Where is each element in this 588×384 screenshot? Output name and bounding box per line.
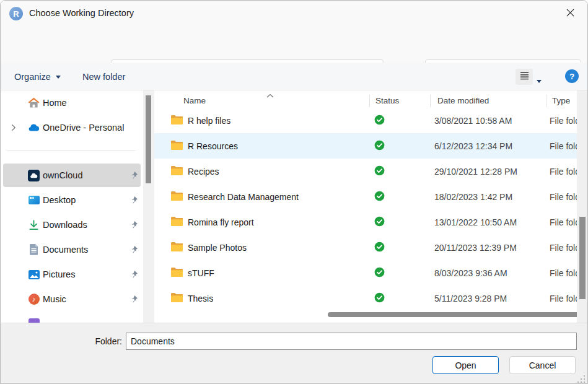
folder-name-input[interactable]	[126, 333, 577, 350]
cancel-button[interactable]: Cancel	[509, 356, 576, 374]
file-name: Romina fly report	[188, 217, 254, 227]
file-type: File folder	[546, 141, 577, 151]
file-type: File folder	[546, 294, 577, 303]
sidebar-item-pictures[interactable]: Pictures	[1, 262, 143, 287]
pin-icon[interactable]	[129, 220, 138, 229]
details-view-icon	[520, 71, 529, 82]
column-divider[interactable]	[369, 95, 370, 107]
file-name: R help files	[188, 116, 230, 126]
cancel-button-label: Cancel	[529, 360, 556, 370]
organize-button[interactable]: Organize	[14, 63, 61, 90]
folder-icon	[170, 191, 183, 203]
file-name: R Resources	[188, 141, 238, 151]
sidebar-item-partial[interactable]	[1, 312, 143, 323]
column-header-type-label: Type	[552, 96, 570, 105]
help-icon: ?	[569, 72, 574, 81]
title-bar: R Choose Working Directory	[1, 1, 587, 27]
sidebar-item-label: Music	[43, 294, 66, 304]
file-name: Research Data Management	[188, 192, 299, 202]
file-date-modified: 6/12/2023 12:34 PM	[430, 141, 546, 151]
column-header-status-label: Status	[375, 96, 399, 105]
file-row[interactable]: Recipes 29/10/2021 12:28 PM File folder	[154, 159, 577, 184]
file-row[interactable]: sTUFF 8/03/2023 9:36 AM File folder	[154, 260, 577, 286]
organize-label: Organize	[14, 72, 51, 82]
view-mode-button[interactable]	[516, 69, 533, 85]
pin-icon[interactable]	[129, 270, 138, 279]
file-type: File folder	[546, 167, 577, 177]
sidebar-scrollbar-thumb[interactable]	[146, 95, 151, 183]
new-folder-button[interactable]: New folder	[82, 63, 125, 90]
onedrive-icon	[28, 122, 40, 134]
window-title: Choose Working Directory	[29, 8, 134, 18]
list-vertical-scrollbar[interactable]	[577, 90, 588, 323]
column-divider[interactable]	[546, 95, 546, 107]
pin-icon[interactable]	[129, 295, 138, 303]
file-date-modified: 29/10/2021 12:28 PM	[430, 167, 546, 177]
sort-ascending-icon[interactable]	[266, 90, 274, 100]
sidebar-scrollbar[interactable]	[143, 90, 154, 323]
sidebar-item-home[interactable]: Home	[1, 90, 143, 115]
synced-status-icon	[374, 165, 385, 178]
downloads-icon	[28, 219, 40, 231]
synced-status-icon	[374, 191, 385, 203]
sidebar-item-desktop[interactable]: Desktop	[1, 188, 143, 212]
pictures-icon	[28, 269, 40, 281]
file-row[interactable]: R help files 3/08/2021 10:58 AM File fol…	[154, 108, 577, 133]
view-mode-caret-button[interactable]	[537, 74, 542, 85]
file-date-modified: 13/01/2022 10:50 AM	[430, 217, 546, 227]
column-header-name[interactable]: Name	[154, 96, 369, 105]
file-rows: R help files 3/08/2021 10:58 AM File fol…	[154, 108, 577, 311]
synced-status-icon	[374, 242, 385, 254]
sidebar-item-owncloud[interactable]: ownCloud	[1, 163, 143, 188]
file-name: sTUFF	[188, 268, 214, 278]
new-folder-label: New folder	[82, 72, 125, 82]
horizontal-scrollbar-thumb[interactable]	[328, 312, 577, 317]
pin-icon[interactable]	[129, 171, 138, 180]
file-row[interactable]: R Resources 6/12/2023 12:34 PM File fold…	[154, 133, 577, 159]
column-header-status[interactable]: Status	[369, 96, 430, 105]
folder-icon	[170, 165, 183, 177]
column-header-type[interactable]: Type	[546, 96, 577, 105]
choose-working-directory-dialog: R Choose Working Directory	[0, 0, 588, 384]
sidebar-item-onedrive[interactable]: OneDrive - Personal	[1, 115, 143, 140]
sidebar-divider	[7, 151, 136, 151]
chevron-right-icon[interactable]	[11, 124, 19, 131]
sidebar-item-music[interactable]: ♪ Music	[1, 287, 143, 312]
file-row[interactable]: Research Data Management 18/02/2023 1:42…	[154, 184, 577, 209]
sidebar-item-label: Downloads	[43, 220, 87, 230]
close-icon	[566, 8, 574, 19]
file-type: File folder	[546, 116, 577, 126]
dialog-footer: Folder: Open Cancel	[1, 323, 587, 384]
pin-icon[interactable]	[129, 196, 138, 204]
file-name: Thesis	[188, 294, 213, 303]
sidebar-item-label: Desktop	[43, 195, 76, 205]
folder-icon	[170, 216, 183, 228]
column-divider[interactable]	[430, 95, 431, 107]
open-button[interactable]: Open	[432, 356, 499, 374]
file-name: Recipes	[188, 167, 219, 177]
file-date-modified: 5/11/2023 9:28 PM	[430, 294, 546, 303]
column-header-name-label: Name	[183, 96, 206, 105]
synced-status-icon	[374, 292, 385, 305]
sidebar-item-documents[interactable]: Documents	[1, 237, 143, 262]
sidebar-item-downloads[interactable]: Downloads	[1, 212, 143, 237]
folder-field-label: Folder:	[86, 336, 122, 346]
sidebar-item-label: ownCloud	[43, 170, 83, 180]
list-scrollbar-thumb[interactable]	[579, 217, 586, 299]
desktop-icon	[28, 194, 40, 206]
file-type: File folder	[546, 192, 577, 202]
close-button[interactable]	[558, 4, 582, 23]
file-type: File folder	[546, 268, 577, 278]
documents-icon	[28, 244, 40, 256]
column-header-date-modified[interactable]: Date modified	[430, 96, 546, 105]
file-date-modified: 3/08/2021 10:58 AM	[430, 116, 546, 126]
folder-icon	[170, 267, 183, 279]
file-row[interactable]: Romina fly report 13/01/2022 10:50 AM Fi…	[154, 209, 577, 235]
file-row[interactable]: Sample Photos 20/11/2023 12:39 PM File f…	[154, 235, 577, 260]
resize-grip[interactable]	[576, 374, 585, 383]
help-button[interactable]: ?	[565, 69, 579, 83]
navigation-sidebar: Home OneDrive - Personal ownCloud	[1, 90, 143, 323]
file-type: File folder	[546, 243, 577, 253]
file-row[interactable]: Thesis 5/11/2023 9:28 PM File folder	[154, 286, 577, 311]
pin-icon[interactable]	[129, 245, 138, 254]
